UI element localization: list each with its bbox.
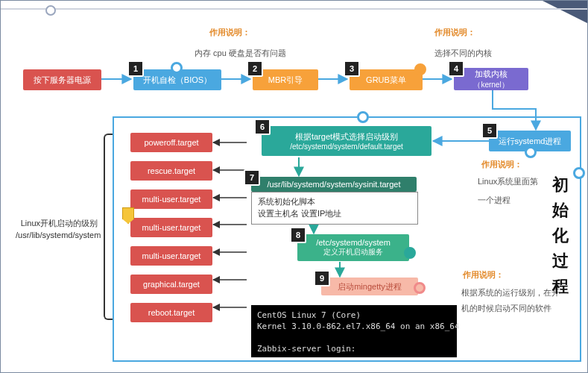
target-poweroff: poweroff.target	[130, 133, 212, 152]
connector-dot-3	[414, 63, 426, 75]
corner-decoration	[543, 1, 587, 23]
node-power-label: 按下服务器电源	[23, 75, 101, 86]
node-9-label: 启动mingetty进程	[321, 281, 418, 292]
top-handle	[45, 5, 56, 16]
frame-dot-right	[573, 167, 585, 179]
side-caption-l1: Linux开机启动的级别	[16, 217, 98, 229]
node-7-t2: 设置主机名 设置IP地址	[258, 207, 411, 219]
frame-dot-top	[357, 111, 369, 123]
callout-label-5: 作用说明：	[481, 159, 522, 170]
target-multiuser-1: multi-user.target	[130, 189, 212, 209]
target-graphical: graphical.target	[130, 275, 212, 294]
node-6-l2: /etc/systemd/system/default.target	[262, 142, 431, 151]
target-multiuser-2: multi-user.target	[130, 218, 212, 237]
badge-5: 5	[481, 122, 498, 139]
node-kernel: 加载内核 （kernel）	[454, 68, 528, 90]
target-reboot: reboot.target	[130, 303, 212, 322]
node-7-t1: 系统初始化脚本	[258, 195, 411, 207]
node-services: /etc/systemd/system 定义开机启动服务	[297, 234, 409, 261]
brace-icon	[104, 134, 113, 320]
connector-dot-5	[525, 146, 537, 158]
targets-list: poweroff.target rescue.target multi-user…	[130, 133, 212, 331]
callout-note-9b: 机的时候启动不同的软件	[461, 303, 551, 314]
badge-1: 1	[127, 60, 144, 77]
callout-label-3: 作用说明：	[434, 27, 475, 38]
connector-dot-1	[171, 62, 183, 74]
callout-note-5a: Linux系统里面第	[478, 176, 538, 187]
badge-3: 3	[344, 60, 360, 77]
badge-8: 8	[290, 227, 306, 243]
badge-6: 6	[254, 119, 271, 135]
callout-note-1: 内存 cpu 硬盘是否有问题	[195, 48, 286, 59]
node-7-label: /usr/lib/systemd/system/sysinit.target	[251, 180, 417, 189]
top-rule	[1, 8, 587, 10]
target-rescue: rescue.target	[130, 161, 212, 181]
diagram-page: 按下服务器电源 作用说明： 内存 cpu 硬盘是否有问题 开机自检（BIOS） …	[0, 0, 588, 373]
node-kernel-l2: （kernel）	[454, 80, 528, 90]
callout-note-5b: 一个进程	[478, 195, 510, 206]
side-caption: Linux开机启动的级别 /usr/lib/systemd/system	[16, 217, 98, 241]
node-sysinit: /usr/lib/systemd/system/sysinit.target	[251, 177, 417, 192]
callout-label-9: 作用说明：	[463, 269, 504, 280]
side-caption-l2: /usr/lib/systemd/system	[16, 229, 98, 241]
term-l2: Kernel 3.10.0-862.el7.x86_64 on an x86_6…	[257, 322, 460, 331]
node-mingetty: 启动mingetty进程	[321, 278, 418, 295]
node-power: 按下服务器电源	[23, 69, 101, 90]
badge-9: 9	[314, 270, 330, 286]
term-l4: Zabbix-server login:	[257, 344, 355, 354]
term-l1: CentOS Linux 7 (Core)	[257, 310, 361, 320]
connector-dot-9	[414, 282, 426, 294]
node-6-l1: 根据target模式选择启动级别	[262, 131, 431, 142]
badge-2: 2	[247, 60, 263, 77]
badge-4: 4	[448, 60, 464, 77]
terminal-output: CentOS Linux 7 (Core) Kernel 3.10.0-862.…	[251, 305, 457, 357]
callout-note-9a: 根据系统的运行级别，在开	[461, 287, 560, 298]
node-8-l1: /etc/systemd/system	[297, 238, 409, 247]
node-grub: GRUB菜单	[350, 69, 423, 90]
vertical-title: 初始化过程	[552, 172, 569, 299]
target-multiuser-3: multi-user.target	[130, 246, 212, 266]
callout-label-1: 作用说明：	[209, 27, 250, 38]
node-default-target: 根据target模式选择启动级别 /etc/systemd/system/def…	[262, 126, 431, 156]
node-kernel-l1: 加载内核	[454, 69, 528, 80]
connector-dot-8	[404, 247, 416, 259]
node-7-textbox: 系统初始化脚本 设置主机名 设置IP地址	[251, 192, 418, 225]
node-8-l2: 定义开机启动服务	[297, 247, 409, 257]
badge-7: 7	[244, 169, 260, 186]
node-systemd-label: 运行systemd进程	[489, 136, 571, 147]
callout-note-3: 选择不同的内核	[434, 48, 492, 59]
node-bios-label: 开机自检（BIOS）	[133, 75, 221, 86]
node-grub-label: GRUB菜单	[350, 75, 423, 86]
